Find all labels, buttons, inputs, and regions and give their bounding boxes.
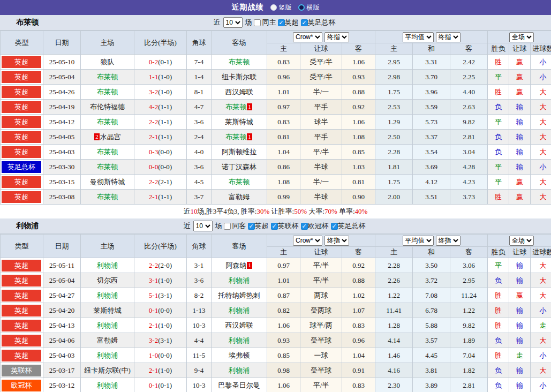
- same-venue-checkbox[interactable]: [224, 223, 231, 230]
- match-date-cell: 25-05-04: [43, 273, 81, 288]
- result-text: 负: [495, 381, 502, 389]
- team-rank-badge: 1: [247, 133, 252, 140]
- avg-home-cell: 4.14: [375, 333, 413, 348]
- scope-select[interactable]: 全场: [509, 32, 534, 42]
- odds-handicap-cell: 球半: [300, 115, 342, 130]
- table-row: 英超25-05-04切尔西3-1(1-0)3-6利物浦1.01平/半0.882.…: [1, 273, 551, 288]
- corner-cell: 3-6: [187, 160, 212, 175]
- result-text: 小: [540, 58, 547, 66]
- result-text: 大: [540, 336, 547, 344]
- league-filter-checkbox[interactable]: ✓: [248, 223, 255, 230]
- team-name-text: 布莱顿: [97, 193, 118, 201]
- league-type-badge: 英超: [2, 86, 41, 98]
- odds-away-cell: 0.91: [342, 363, 375, 378]
- average-select[interactable]: 平均值: [403, 236, 434, 246]
- odds-handicap-cell: 平/半: [300, 273, 342, 288]
- table-row: 英超25-04-06富勒姆3-2(3-1)4-4利物浦0.93受半球0.964.…: [1, 333, 551, 348]
- odds-away-cell: 1.04: [342, 348, 375, 363]
- home-team-cell: 布莱顿: [81, 190, 134, 205]
- team-name-text: 富勒姆: [97, 336, 118, 344]
- corner-cell: 2-4: [187, 130, 212, 145]
- average-select[interactable]: 平均值: [403, 32, 434, 42]
- final-index-select-2[interactable]: 终指: [436, 32, 461, 42]
- final-index-select-1[interactable]: 终指: [324, 236, 349, 246]
- score-cell: 4-2(1-1): [134, 100, 187, 115]
- fulltime-score: 1-0: [149, 351, 158, 359]
- result-text: 胜: [495, 88, 502, 96]
- away-team-cell: 纽卡斯尔联: [212, 70, 267, 85]
- result-text: 小: [540, 351, 547, 359]
- same-venue-checkbox[interactable]: [254, 19, 261, 26]
- team-name-text: 狼队: [101, 58, 115, 66]
- halftime-score: (3-1): [158, 336, 172, 344]
- league-filter-checkbox[interactable]: ✓: [301, 223, 308, 230]
- table-row: 英超25-04-052水晶宫2-1(1-1)2-4布莱顿10.81平手1.082…: [1, 130, 551, 145]
- scope-select[interactable]: 全场: [509, 236, 534, 246]
- handicap-result-cell: 赢: [509, 175, 531, 190]
- match-date-cell: 25-03-08: [43, 190, 81, 205]
- col-header-odds-home: 主: [267, 247, 300, 258]
- result-text: 平: [495, 163, 502, 171]
- vertical-radio-icon[interactable]: [270, 4, 277, 11]
- odds-home-cell: 0.81: [267, 130, 300, 145]
- table-row: 英超25-04-03利物浦1-0(0-0)11-5埃弗顿0.85一球1.041.…: [1, 348, 551, 363]
- avg-away-cell: 2.81: [450, 378, 488, 392]
- result-text: 小: [540, 306, 547, 314]
- col-header-odds-handicap: 让球: [300, 247, 342, 258]
- table-row: 欧冠杯25-03-12利物浦0-1(0-1)10-3巴黎圣日尔曼1.06平/半0…: [1, 378, 551, 392]
- handicap-result-cell: 赢: [509, 85, 531, 100]
- bookmaker-select[interactable]: Crow*: [293, 32, 322, 42]
- handicap-result-cell: 输: [509, 115, 531, 130]
- away-team-cell: 阿斯顿维拉: [212, 145, 267, 160]
- avg-home-cell: 1.81: [375, 160, 413, 175]
- team-name-text: 切尔西: [97, 276, 118, 284]
- vertical-layout-option[interactable]: 竖版: [270, 3, 292, 12]
- league-filter-checkbox[interactable]: ✓: [278, 19, 285, 26]
- table-row: 英超25-04-13利物浦2-1(1-0)10-3西汉姆联1.06球半/两0.8…: [1, 318, 551, 333]
- col-header-result: 胜负: [488, 43, 509, 55]
- games-count-select[interactable]: 10: [193, 221, 213, 231]
- final-index-select-1[interactable]: 终指: [324, 32, 349, 42]
- avg-draw-cell: 3.81: [413, 363, 450, 378]
- horizontal-layout-option[interactable]: 横版: [298, 3, 320, 12]
- final-index-select-2[interactable]: 终指: [436, 236, 461, 246]
- away-team-cell: 布莱顿1: [212, 100, 267, 115]
- league-filter-checkbox[interactable]: ✓: [331, 223, 338, 230]
- avg-draw-cell: 3.70: [413, 70, 450, 85]
- handicap-result-cell: 赢: [509, 288, 531, 303]
- halftime-score: (1-1): [158, 118, 172, 126]
- result-cell: 平: [488, 175, 509, 190]
- match-date-cell: 25-04-03: [43, 145, 81, 160]
- avg-away-cell: 3.04: [450, 145, 488, 160]
- avg-draw-cell: 3.50: [413, 258, 450, 273]
- halftime-score: (0-1): [158, 58, 172, 66]
- away-team-cell: 埃弗顿: [212, 348, 267, 363]
- home-team-cell: 利物浦: [81, 288, 134, 303]
- away-team-cell: 莱斯特城: [212, 115, 267, 130]
- horizontal-radio-icon[interactable]: [298, 4, 305, 11]
- avg-away-cell: 2.95: [450, 273, 488, 288]
- avg-home-cell: 1.22: [375, 288, 413, 303]
- team-name-text: 利物浦: [97, 261, 118, 269]
- avg-away-cell: 1.82: [450, 363, 488, 378]
- bookmaker-select[interactable]: Crow*: [293, 236, 322, 246]
- result-cell: 负: [488, 363, 509, 378]
- league-filter-checkbox[interactable]: ✓: [271, 223, 278, 230]
- col-header-result-goals: 进球数: [531, 247, 551, 258]
- corner-cell: 9-4: [187, 363, 212, 378]
- team-name-text: 布莱顿: [229, 58, 250, 66]
- avg-draw-cell: 5.73: [413, 115, 450, 130]
- result-scope-header: 全场: [488, 235, 551, 247]
- results-table: 类型 日期 主场 比分(半场) 角球 客场 Crow*终指 平均值终指 全场: [0, 234, 551, 392]
- odds-home-cell: 1.01: [267, 85, 300, 100]
- team-name-text: 布莱顿: [225, 103, 246, 111]
- odds-home-cell: 0.83: [267, 55, 300, 70]
- games-count-select[interactable]: 10: [223, 17, 243, 28]
- league-filter-checkbox[interactable]: ✓: [301, 19, 308, 26]
- match-date-cell: 25-04-26: [43, 85, 81, 100]
- away-team-cell: 阿森纳1: [212, 258, 267, 273]
- away-team-cell: 巴黎圣日尔曼: [212, 378, 267, 392]
- corner-cell: 1-4: [187, 70, 212, 85]
- league-type-badge: 英联杯: [2, 365, 41, 376]
- odds-handicap-cell: 平手: [300, 130, 342, 145]
